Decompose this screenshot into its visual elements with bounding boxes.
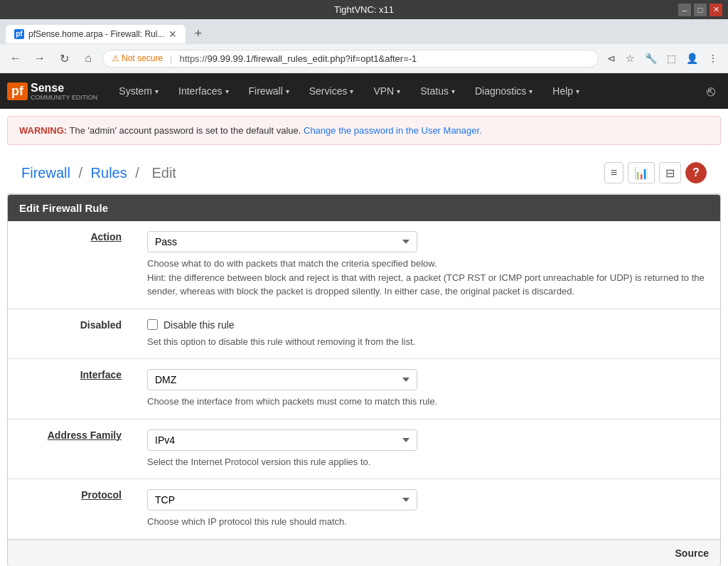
caret-icon: ▾ xyxy=(286,87,289,95)
interface-select[interactable]: DMZ WAN LAN OPT1 xyxy=(147,369,417,390)
warning-link[interactable]: Change the password in the User Manager. xyxy=(304,125,482,136)
protocol-help: Choose which IP protocol this rule shoul… xyxy=(147,515,709,529)
page-header: Firewall / Rules / Edit ≡ 📊 ⊟ ? xyxy=(7,152,721,194)
address-family-help: Select the Internet Protocol version thi… xyxy=(147,455,709,469)
tab-title: pfSense.home.arpa - Firewall: Rul... xyxy=(28,29,164,39)
disabled-checkbox-label[interactable]: Disable this rule xyxy=(164,319,235,331)
profile-button[interactable]: 👤 xyxy=(682,50,702,67)
table-view-button[interactable]: ⊟ xyxy=(659,162,681,183)
back-button[interactable]: ← xyxy=(6,48,26,68)
refresh-button[interactable]: ↻ xyxy=(54,48,74,68)
browser-actions: ⊲ ☆ 🔧 ⬚ 👤 ⋮ xyxy=(603,50,722,67)
logo-box: pf xyxy=(7,82,28,100)
address-family-row: Address Family IPv4 IPv6 IPv4+IPv6 Selec… xyxy=(8,419,720,479)
titlebar: TightVNC: x11 – □ ✕ xyxy=(0,0,728,19)
address-family-value-cell: IPv4 IPv6 IPv4+IPv6 Select the Internet … xyxy=(136,419,720,479)
new-tab-button[interactable]: + xyxy=(188,23,208,44)
extension1-button[interactable]: 🔧 xyxy=(641,50,661,67)
logo-text: Sense xyxy=(31,82,97,95)
share-button[interactable]: ⊲ xyxy=(603,50,620,67)
close-button[interactable]: ✕ xyxy=(710,4,722,16)
forward-button[interactable]: → xyxy=(30,48,50,68)
caret-icon: ▾ xyxy=(576,87,579,95)
action-value-cell: Pass Block Reject Choose what to do with… xyxy=(136,221,720,309)
interface-label[interactable]: Interface xyxy=(80,369,122,380)
disabled-label-cell: Disabled xyxy=(8,309,136,359)
extension2-button[interactable]: ⬚ xyxy=(663,50,680,67)
nav-diagnostics[interactable]: Diagnostics ▾ xyxy=(465,75,542,107)
caret-icon: ▾ xyxy=(350,87,353,95)
caret-icon: ▾ xyxy=(397,87,400,95)
maximize-button[interactable]: □ xyxy=(694,4,707,16)
help-button[interactable]: ? xyxy=(685,162,707,183)
tab-close-button[interactable]: ✕ xyxy=(168,29,177,39)
source-header: Source xyxy=(8,540,720,566)
action-help-line2: Hint: the difference between block and r… xyxy=(147,271,709,299)
home-button[interactable]: ⌂ xyxy=(78,48,98,68)
address-family-select[interactable]: IPv4 IPv6 IPv4+IPv6 xyxy=(147,429,417,451)
browser-chrome: pf pfSense.home.arpa - Firewall: Rul... … xyxy=(0,19,728,73)
protocol-row: Protocol TCP UDP TCP/UDP ICMP Any Choose… xyxy=(8,479,720,540)
action-help-line1: Choose what to do with packets that matc… xyxy=(147,257,709,271)
disabled-checkbox[interactable] xyxy=(147,319,158,330)
nav-help[interactable]: Help ▾ xyxy=(542,75,589,107)
page-actions: ≡ 📊 ⊟ ? xyxy=(604,162,707,183)
protocol-select[interactable]: TCP UDP TCP/UDP ICMP Any xyxy=(147,489,417,511)
caret-icon: ▾ xyxy=(155,87,159,95)
logout-button[interactable]: ⎋ xyxy=(701,80,721,102)
address-family-label[interactable]: Address Family xyxy=(48,429,122,441)
interface-label-cell: Interface xyxy=(8,359,136,420)
disabled-label: Disabled xyxy=(80,319,122,331)
disabled-value-cell: Disable this rule Set this option to dis… xyxy=(136,309,720,359)
list-view-button[interactable]: ≡ xyxy=(604,162,623,183)
nav-vpn[interactable]: VPN ▾ xyxy=(363,75,410,107)
url-https: https:// xyxy=(179,53,207,64)
security-warning: Not secure xyxy=(112,53,163,63)
breadcrumb-edit: Edit xyxy=(151,165,176,181)
action-help: Choose what to do with packets that matc… xyxy=(147,257,709,299)
action-row: Action Pass Block Reject Choose what to … xyxy=(8,221,720,309)
main-content: Firewall / Rules / Edit ≡ 📊 ⊟ ? Edit Fir… xyxy=(0,152,728,566)
minimize-button[interactable]: – xyxy=(678,4,691,16)
interface-value-cell: DMZ WAN LAN OPT1 Choose the interface fr… xyxy=(136,359,720,420)
warning-label: WARNING: xyxy=(19,125,67,136)
browser-tab[interactable]: pf pfSense.home.arpa - Firewall: Rul... … xyxy=(6,25,186,43)
url-text: https://99.99.99.1/firewall_rules_edit.p… xyxy=(179,53,417,64)
address-bar[interactable]: Not secure | https://99.99.99.1/firewall… xyxy=(102,50,599,68)
protocol-label-cell: Protocol xyxy=(8,479,136,540)
bookmark-button[interactable]: ☆ xyxy=(621,50,639,67)
warning-banner: WARNING: The 'admin' account password is… xyxy=(7,116,721,145)
menu-button[interactable]: ⋮ xyxy=(704,50,722,67)
action-select[interactable]: Pass Block Reject xyxy=(147,231,417,252)
tab-favicon: pf xyxy=(14,29,24,39)
disabled-row: Disabled Disable this rule Set this opti… xyxy=(8,309,720,359)
nav-interfaces[interactable]: Interfaces ▾ xyxy=(168,75,238,107)
address-bar-row: ← → ↻ ⌂ Not secure | https://99.99.99.1/… xyxy=(0,44,728,73)
caret-icon: ▾ xyxy=(451,87,455,95)
breadcrumb-separator-2: / xyxy=(135,165,143,181)
caret-icon: ▾ xyxy=(529,87,532,95)
caret-icon: ▾ xyxy=(225,87,229,95)
disabled-help: Set this option to disable this rule wit… xyxy=(147,335,709,349)
protocol-label[interactable]: Protocol xyxy=(81,489,122,501)
nav-system[interactable]: System ▾ xyxy=(109,75,168,107)
pfsense-logo[interactable]: pf Sense COMMUNITY EDITION xyxy=(7,82,97,101)
url-domain: 99.99.99.1/firewall_rules_edit.php?if=op… xyxy=(207,53,417,64)
pfsense-navbar: pf Sense COMMUNITY EDITION System ▾ Inte… xyxy=(0,73,728,109)
panel-heading: Edit Firewall Rule xyxy=(8,195,720,221)
nav-services[interactable]: Services ▾ xyxy=(299,75,364,107)
breadcrumb-separator-1: / xyxy=(78,165,86,181)
interface-row: Interface DMZ WAN LAN OPT1 Choose the in… xyxy=(8,359,720,420)
tab-bar: pf pfSense.home.arpa - Firewall: Rul... … xyxy=(0,19,728,44)
nav-menu: System ▾ Interfaces ▾ Firewall ▾ Service… xyxy=(109,75,701,107)
breadcrumb-firewall[interactable]: Firewall xyxy=(21,165,70,181)
action-label-cell: Action xyxy=(8,221,136,309)
breadcrumb-rules[interactable]: Rules xyxy=(91,165,127,181)
nav-firewall[interactable]: Firewall ▾ xyxy=(239,75,299,107)
nav-status[interactable]: Status ▾ xyxy=(410,75,465,107)
interface-help: Choose the interface from which packets … xyxy=(147,395,709,409)
warning-message: The 'admin' account password is set to t… xyxy=(70,125,301,136)
action-label[interactable]: Action xyxy=(90,231,122,242)
chart-view-button[interactable]: 📊 xyxy=(628,162,655,183)
disabled-checkbox-row: Disable this rule xyxy=(147,319,709,331)
